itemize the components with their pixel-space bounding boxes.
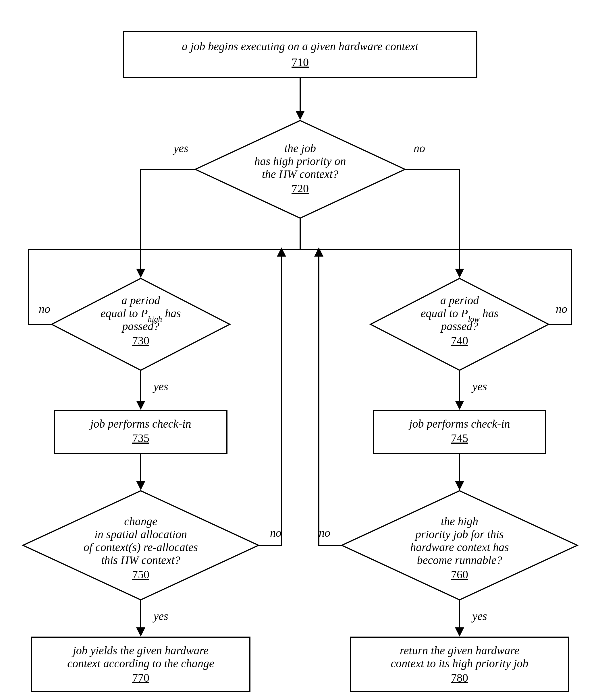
node-710: a job begins executing on a given hardwa… [123,31,477,77]
label-750-yes: yes [152,609,168,623]
node-760-l2: priority job for this [414,528,504,541]
label-760-yes: yes [471,609,487,623]
label-740-no: no [556,302,567,316]
node-740-ref: 740 [451,334,468,347]
node-720-l1: the job [284,142,316,155]
node-730-l1: a period [121,294,160,307]
label-750-no: no [270,526,282,539]
node-760: the high priority job for this hardware … [342,491,577,600]
node-720-l2: has high priority on [255,155,346,168]
node-710-ref: 710 [291,56,309,69]
node-780-l2: context to its high priority job [391,657,528,670]
arrow-720-730 [141,169,195,276]
node-750: change in spatial allocation of context(… [23,491,259,600]
node-740-l3: passed? [440,320,478,333]
node-720: the job has high priority on the HW cont… [195,121,405,218]
node-780-l1: return the given hardware [400,644,520,657]
node-735-text: job performs check-in [89,417,191,430]
label-720-yes: yes [172,142,188,155]
label-730-no: no [39,302,50,316]
node-750-ref: 750 [132,568,149,581]
node-730-l3: passed? [121,320,160,333]
arrow-720-740 [405,169,459,276]
node-735-ref: 735 [132,432,149,445]
node-710-text: a job begins executing on a given hardwa… [182,40,418,53]
node-760-l1: the high [441,515,478,528]
node-750-l3: of context(s) re-allocates [83,541,198,554]
node-720-ref: 720 [291,182,309,195]
node-750-l1: change [124,515,158,528]
node-760-l4: become runnable? [417,554,502,567]
label-740-yes: yes [471,380,487,393]
node-730-ref: 730 [132,334,149,347]
node-760-ref: 760 [451,568,468,581]
node-770-ref: 770 [132,671,149,684]
node-730: a period equal to Phigh has passed? 730 [52,278,230,370]
node-740: a period equal to Plow has passed? 740 [370,278,549,370]
flowchart: a job begins executing on a given hardwa… [0,0,598,700]
node-745-text: job performs check-in [408,417,510,430]
node-745: job performs check-in 745 [374,410,546,453]
label-720-no: no [414,142,425,155]
node-780-ref: 780 [451,671,468,684]
arrow-720-junction-left [141,218,300,250]
label-730-yes: yes [152,380,168,393]
label-760-no: no [319,526,330,539]
node-770-l1: job yields the given hardware [72,644,209,657]
node-780: return the given hardware context to its… [351,637,569,692]
arrow-750-no [259,250,282,545]
node-750-l4: this HW context? [101,554,181,567]
node-720-l3: the HW context? [262,168,339,180]
node-735: job performs check-in 735 [54,410,227,453]
node-770-l2: context according to the change [67,657,214,670]
svg-rect-0 [123,31,477,77]
node-750-l2: in spatial allocation [95,528,187,541]
arrow-760-no [319,250,342,545]
node-745-ref: 745 [451,432,468,445]
node-740-l1: a period [440,294,479,307]
node-760-l3: hardware context has [410,541,509,554]
node-770: job yields the given hardware context ac… [31,637,250,692]
